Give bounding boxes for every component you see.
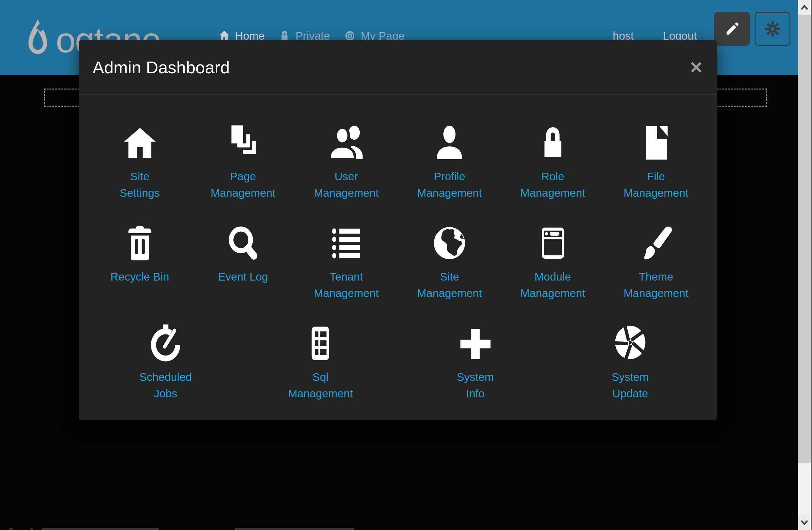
tile-icon-wrap (326, 115, 367, 162)
dashboard-tile-module-management[interactable]: Module Management (501, 215, 605, 315)
timer-icon (147, 323, 184, 363)
chevron-up-icon (800, 4, 809, 10)
cross-icon (456, 325, 494, 363)
dashboard-tile-system-info[interactable]: System Info (398, 315, 553, 416)
modal-header: Admin Dashboard (79, 40, 717, 95)
edit-mode-button[interactable] (714, 12, 750, 46)
close-icon[interactable] (689, 60, 703, 74)
scrollbar[interactable] (798, 0, 812, 530)
dashboard-tile-event-log[interactable]: Event Log (192, 215, 295, 315)
tile-icon-wrap (120, 115, 160, 162)
tile-label: System Info (457, 369, 494, 402)
tile-label: Page Management (211, 168, 275, 201)
file-icon (638, 123, 673, 162)
dashboard-row: Recycle BinEvent LogTenant ManagementSit… (88, 215, 708, 315)
browser-icon (535, 224, 571, 263)
tile-icon-wrap (225, 115, 261, 162)
dashboard-tile-site-settings[interactable]: Site Settings (88, 115, 192, 215)
brush-icon (637, 224, 675, 263)
people-icon (326, 123, 367, 162)
tile-icon-wrap (536, 115, 570, 162)
tile-icon-wrap (456, 315, 494, 363)
dashboard-tile-system-update[interactable]: System Update (553, 315, 708, 416)
dashboard-tile-tenant-management[interactable]: Tenant Management (295, 215, 398, 315)
tile-icon-wrap (535, 215, 571, 263)
dashboard-row: Scheduled JobsSql ManagementSystem InfoS… (88, 315, 708, 416)
clipped-status-bar (0, 528, 798, 530)
tile-label: User Management (314, 168, 379, 201)
list-icon (327, 224, 365, 263)
dashboard-tile-user-management[interactable]: User Management (295, 115, 398, 215)
tile-label: Role Management (521, 168, 585, 201)
tile-icon-wrap (147, 315, 184, 363)
magnifier-icon (225, 224, 261, 263)
tile-icon-wrap (304, 315, 337, 363)
pencil-icon (723, 20, 741, 38)
chevron-down-icon (800, 520, 809, 526)
dashboard-tile-page-management[interactable]: Page Management (192, 115, 295, 215)
settings-button[interactable] (755, 12, 791, 46)
gear-icon (764, 20, 782, 38)
lock-icon (536, 123, 570, 162)
dashboard-tile-site-management[interactable]: Site Management (398, 215, 502, 315)
tile-label: Theme Management (624, 269, 688, 301)
tile-label: Site Settings (120, 168, 160, 201)
tile-label: Recycle Bin (111, 269, 169, 285)
dashboard-tile-theme-management[interactable]: Theme Management (605, 215, 708, 315)
dashboard-tile-sql-management[interactable]: Sql Management (243, 315, 398, 416)
modal-body: Site SettingsPage ManagementUser Managem… (79, 95, 717, 416)
dashboard-tile-file-management[interactable]: File Management (605, 115, 708, 215)
dashboard-row: Site SettingsPage ManagementUser Managem… (88, 115, 708, 215)
tile-icon-wrap (225, 215, 261, 263)
tile-icon-wrap (123, 215, 157, 263)
dashboard-tile-recycle-bin[interactable]: Recycle Bin (88, 215, 192, 315)
person-icon (432, 123, 467, 162)
home-icon (120, 125, 160, 162)
tile-label: Sql Management (288, 369, 353, 402)
tile-icon-wrap (638, 115, 673, 162)
dashboard-tile-scheduled-jobs[interactable]: Scheduled Jobs (88, 315, 243, 416)
water-drop-icon (22, 18, 53, 63)
tile-icon-wrap (611, 315, 649, 363)
tile-label: System Update (612, 369, 649, 402)
modal-title: Admin Dashboard (92, 57, 230, 77)
spreadsheet-icon (304, 324, 337, 363)
globe-icon (431, 224, 468, 263)
trash-icon (123, 224, 157, 263)
dashboard-tile-profile-management[interactable]: Profile Management (398, 115, 502, 215)
tile-icon-wrap (327, 215, 365, 263)
tile-icon-wrap (637, 215, 675, 263)
dashboard-tile-role-management[interactable]: Role Management (501, 115, 605, 215)
admin-dashboard-modal: Admin Dashboard Site SettingsPage Manage… (79, 40, 717, 420)
scroll-down-button[interactable] (798, 515, 811, 530)
tile-label: Tenant Management (314, 269, 379, 301)
layers-icon (225, 123, 261, 162)
scroll-up-button[interactable] (798, 0, 811, 15)
tile-label: Event Log (218, 269, 268, 285)
tile-label: Site Management (417, 269, 482, 301)
tile-label: Module Management (521, 269, 585, 301)
scrollbar-thumb[interactable] (798, 15, 811, 463)
aperture-icon (611, 322, 649, 363)
tile-label: Scheduled Jobs (139, 369, 192, 402)
tile-label: File Management (624, 168, 688, 201)
tile-icon-wrap (431, 215, 468, 263)
tile-label: Profile Management (417, 168, 482, 201)
tile-icon-wrap (432, 115, 467, 162)
